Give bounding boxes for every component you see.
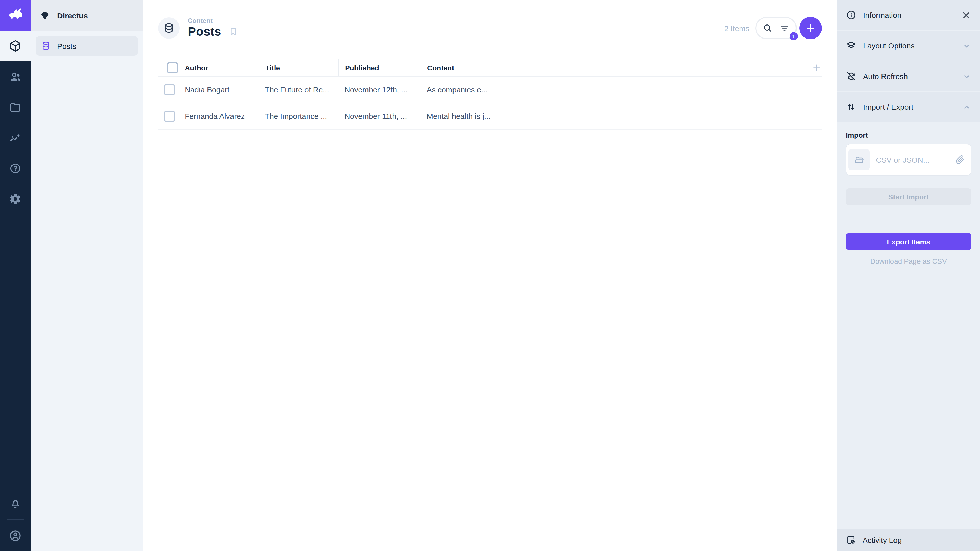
layers-icon — [846, 40, 856, 51]
table-header-row: Author Title Published Content — [158, 59, 822, 76]
rabbit-logo-icon — [7, 7, 24, 24]
table-row[interactable]: Nadia Bogart The Future of Re... Novembe… — [158, 76, 822, 103]
cell-content: Mental health is j... — [421, 112, 502, 121]
item-count: 2 Items — [724, 24, 749, 32]
plus-icon — [811, 62, 822, 73]
chevron-down-icon — [962, 72, 971, 81]
file-icon-box — [848, 149, 870, 170]
navigation-sidebar: Directus Posts — [30, 0, 143, 551]
row-checkbox[interactable] — [164, 84, 175, 95]
bookmark-button[interactable] — [228, 27, 239, 37]
project-fan-icon — [39, 10, 51, 21]
cell-content: As companies e... — [421, 85, 502, 94]
bell-icon — [9, 498, 21, 510]
activity-log-button[interactable]: Activity Log — [837, 529, 980, 551]
download-csv-link[interactable]: Download Page as CSV — [846, 257, 971, 265]
chevron-up-icon — [962, 102, 971, 111]
user-menu-button[interactable] — [0, 520, 30, 551]
chevron-down-icon — [962, 41, 971, 50]
cell-author: Fernanda Alvarez — [181, 112, 259, 121]
module-docs[interactable] — [0, 153, 30, 184]
column-header-content[interactable]: Content — [421, 59, 502, 76]
search-icon — [762, 23, 773, 33]
section-label: Import / Export — [863, 103, 956, 111]
close-sidebar-button[interactable] — [961, 10, 971, 20]
notifications-button[interactable] — [0, 489, 30, 519]
module-user-directory[interactable] — [0, 61, 30, 92]
row-select-cell — [158, 84, 181, 95]
sidebar-section-layout-options[interactable]: Layout Options — [837, 30, 980, 61]
column-header-author[interactable]: Author — [181, 59, 259, 76]
help-icon — [9, 162, 21, 175]
info-icon — [846, 10, 856, 21]
module-bar-spacer — [0, 214, 30, 489]
filter-button[interactable] — [780, 23, 790, 33]
cell-published: November 11th, ... — [339, 112, 421, 121]
filter-icon — [780, 23, 790, 33]
page-header: Content Posts 2 Items 1 — [143, 0, 837, 56]
items-table: Author Title Published Content Nadia Bog… — [143, 56, 837, 130]
sidebar-item-posts[interactable]: Posts — [36, 36, 138, 56]
row-checkbox[interactable] — [164, 110, 175, 122]
row-select-cell — [158, 110, 181, 122]
column-header-published[interactable]: Published — [339, 59, 421, 76]
close-icon — [961, 10, 971, 20]
search-filter-pill: 1 — [756, 17, 797, 39]
cell-title: The Future of Re... — [259, 85, 339, 94]
section-label: Auto Refresh — [863, 72, 956, 81]
project-name: Directus — [57, 11, 88, 20]
gear-icon — [9, 193, 21, 205]
cell-author: Nadia Bogart — [181, 85, 259, 94]
directus-logo[interactable] — [0, 0, 30, 30]
module-file-library[interactable] — [0, 92, 30, 122]
search-button[interactable] — [762, 23, 773, 33]
select-all-checkbox[interactable] — [167, 62, 178, 73]
breadcrumb: Content — [188, 17, 239, 25]
import-heading: Import — [846, 131, 971, 139]
section-label: Information — [863, 11, 955, 19]
start-import-button[interactable]: Start Import — [846, 188, 971, 205]
plus-icon — [805, 22, 816, 34]
box-icon — [9, 40, 21, 52]
folder-open-icon — [854, 154, 864, 165]
column-header-title[interactable]: Title — [259, 59, 339, 76]
sidebar-item-label: Posts — [57, 41, 76, 50]
sidebar-section-auto-refresh[interactable]: Auto Refresh — [837, 61, 980, 92]
sync-disabled-icon — [846, 71, 856, 82]
title-block: Content Posts — [188, 17, 239, 39]
cell-title: The Importance ... — [259, 112, 339, 121]
paperclip-icon — [956, 155, 965, 164]
export-items-button[interactable]: Export Items — [846, 233, 971, 250]
bookmark-icon — [228, 27, 239, 37]
select-all-cell — [158, 59, 181, 76]
module-bar — [0, 0, 30, 551]
module-insights[interactable] — [0, 122, 30, 153]
sidebar-section-import-export[interactable]: Import / Export — [837, 92, 980, 122]
add-field-button[interactable] — [811, 62, 822, 73]
sidebar-spacer — [837, 265, 980, 529]
account-circle-icon — [9, 529, 22, 542]
database-icon — [41, 41, 51, 51]
module-settings[interactable] — [0, 184, 30, 214]
app-window: Directus Posts Content Posts 2 Items — [0, 0, 980, 551]
swap-vert-icon — [846, 102, 856, 112]
activity-log-label: Activity Log — [862, 535, 971, 544]
table-row[interactable]: Fernanda Alvarez The Importance ... Nove… — [158, 103, 822, 130]
project-header[interactable]: Directus — [30, 0, 143, 30]
section-label: Layout Options — [863, 41, 956, 50]
clipboard-clock-icon — [846, 535, 856, 545]
create-item-button[interactable] — [799, 17, 822, 39]
module-content[interactable] — [0, 30, 30, 61]
insights-icon — [9, 131, 22, 144]
folder-icon — [9, 101, 21, 113]
main-content: Content Posts 2 Items 1 — [143, 0, 837, 551]
file-input-placeholder: CSV or JSON... — [870, 156, 956, 164]
collection-icon-badge — [158, 17, 180, 39]
page-title: Posts — [188, 25, 221, 39]
cell-published: November 12th, ... — [339, 85, 421, 94]
sidebar-section-information[interactable]: Information — [837, 0, 980, 30]
import-file-input[interactable]: CSV or JSON... — [846, 144, 971, 176]
panel-divider — [846, 222, 971, 222]
users-icon — [9, 70, 22, 83]
database-icon — [163, 22, 175, 34]
